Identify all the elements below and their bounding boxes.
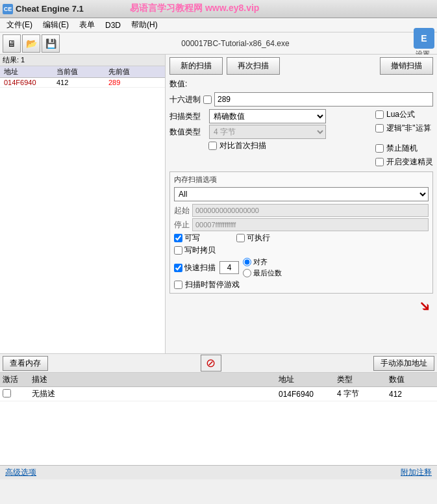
bl-header-type: 类型: [337, 374, 389, 385]
compare-first-checkbox[interactable]: [208, 142, 217, 150]
watermark: 易语言学习教程网 www.ey8.vip: [130, 3, 259, 14]
compare-first-row: 对比首次扫描: [208, 140, 365, 151]
bottom-toolbar: 查看内存 ⊘ 手动添加地址: [0, 353, 437, 373]
add-address-button[interactable]: 手动添加地址: [373, 356, 434, 371]
right-panel: 新的扫描 再次扫描 撤销扫描 数值: 十六进制 扫描类型 精确数值: [166, 55, 437, 353]
entry-desc-0: 无描述: [32, 388, 279, 399]
scan-type-row: 扫描类型 精确数值: [169, 109, 365, 123]
value-label: 数值:: [169, 79, 189, 90]
arrow-area: ➔: [169, 296, 433, 316]
fast-scan-item: 快速扫描: [174, 262, 216, 273]
title-bar: CE Cheat Engine 7.1 易语言学习教程网 www.ey8.vip: [0, 0, 437, 18]
results-label: 结果: 1: [0, 55, 165, 66]
result-row-0[interactable]: 014F6940 412 289: [0, 78, 165, 88]
lastbit-radio-item: 最后位数: [243, 268, 282, 278]
menu-edit[interactable]: 编辑(E): [38, 18, 74, 32]
start-addr-input[interactable]: [192, 204, 429, 217]
lua-label: Lua公式: [386, 109, 415, 120]
toolbar-save-btn[interactable]: 💾: [42, 34, 60, 53]
entry-type-0: 4 字节: [337, 388, 389, 399]
scan-buttons-row: 新的扫描 再次扫描 撤销扫描: [169, 57, 433, 75]
scan-options-box: 内存扫描选项 All 起始 停止 可写 可执行: [169, 171, 433, 294]
hex-checkbox[interactable]: [203, 95, 212, 104]
align-radio-col: 对齐 最后位数: [243, 257, 282, 278]
scan-type-area: 扫描类型 精确数值 数值类型 4 字节 对比首次扫描: [169, 109, 433, 168]
right-checkboxes: Lua公式 逻辑"非"运算 禁止随机 开启变速精灵: [375, 109, 433, 168]
result-prev-0: 289: [108, 79, 160, 86]
logic-checkbox[interactable]: [375, 124, 384, 132]
align-radio[interactable]: [243, 258, 251, 266]
bl-header-value: 数值: [389, 374, 434, 385]
copy-on-write-label: 写时拷贝: [184, 245, 216, 256]
no-random-checkbox[interactable]: [375, 144, 384, 153]
writable-label: 可写: [184, 233, 200, 244]
no-random-label: 禁止随机: [386, 143, 418, 154]
undo-scan-button[interactable]: 撤销扫描: [380, 57, 433, 75]
logic-check-row: 逻辑"非"运算: [375, 123, 433, 134]
align-label: 对齐: [253, 257, 268, 267]
menu-help[interactable]: 帮助(H): [126, 18, 163, 32]
menu-table[interactable]: 表单: [74, 18, 100, 32]
col-header-addr: 地址: [1, 67, 56, 77]
value-input[interactable]: [214, 92, 433, 107]
bottom-list-header: 激活 描述 地址 类型 数值: [0, 373, 437, 387]
menu-d3d[interactable]: D3D: [100, 19, 126, 31]
scan-options-select[interactable]: All: [174, 187, 429, 201]
data-type-label: 数值类型: [169, 127, 205, 138]
copy-on-write-checkbox[interactable]: [174, 246, 182, 255]
copy-on-write-row: 写时拷贝: [174, 245, 429, 256]
advanced-options-link[interactable]: 高级选项: [5, 467, 36, 478]
toolbar-monitor-btn[interactable]: 🖥: [3, 34, 21, 53]
bl-header-addr: 地址: [279, 374, 337, 385]
scan-type-label: 扫描类型: [169, 111, 205, 122]
view-memory-button[interactable]: 查看内存: [3, 356, 48, 371]
executable-check-item: 可执行: [236, 233, 270, 244]
col-header-prev: 先前值: [108, 67, 160, 77]
scan-options-title: 内存扫描选项: [174, 175, 429, 184]
writable-check-item: 可写: [174, 233, 200, 244]
value-row: 数值:: [169, 79, 433, 90]
stop-addr-input[interactable]: [192, 218, 429, 231]
lua-checkbox[interactable]: [375, 110, 384, 119]
fast-scan-number[interactable]: [219, 261, 239, 274]
result-addr-0: 014F6940: [1, 79, 56, 86]
start-label: 起始: [174, 205, 190, 216]
pause-checkbox[interactable]: [174, 281, 182, 289]
writable-exec-row: 可写 可执行: [174, 233, 429, 244]
toolbar: 🖥 📂 💾 000017BC-Tutorial-x86_64.exe E 设置: [0, 32, 437, 55]
pause-row: 扫描时暂停游戏: [174, 279, 429, 290]
no-icon-button[interactable]: ⊘: [201, 355, 221, 372]
bottom-list-area: 无描述 014F6940 4 字节 412: [0, 387, 437, 465]
bottom-footer: 高级选项 附加注释: [0, 465, 437, 479]
new-scan-button[interactable]: 新的扫描: [169, 57, 223, 75]
left-panel: 结果: 1 地址 当前值 先前值 014F6940 412 289: [0, 55, 166, 353]
pause-label: 扫描时暂停游戏: [185, 279, 240, 290]
stop-label: 停止: [174, 220, 190, 231]
writable-checkbox[interactable]: [174, 234, 182, 242]
main-layout: 结果: 1 地址 当前值 先前值 014F6940 412 289 新的扫描 再…: [0, 55, 437, 353]
data-type-row: 数值类型 4 字节: [169, 125, 365, 139]
compare-first-label: 对比首次扫描: [219, 140, 266, 151]
start-addr-row: 起始: [174, 204, 429, 217]
next-scan-button[interactable]: 再次扫描: [227, 57, 280, 75]
bl-header-active: 激活: [3, 374, 32, 385]
logic-label: 逻辑"非"运算: [386, 123, 431, 134]
executable-checkbox[interactable]: [236, 234, 245, 242]
results-table-header: 地址 当前值 先前值: [0, 66, 165, 78]
bottom-list-row-0[interactable]: 无描述 014F6940 4 字节 412: [0, 387, 437, 401]
add-comment-link[interactable]: 附加注释: [401, 467, 432, 478]
hex-row: 十六进制: [169, 92, 433, 107]
entry-value-0: 412: [389, 390, 434, 399]
entry-active-0[interactable]: [3, 389, 11, 397]
lastbit-radio[interactable]: [243, 269, 251, 277]
toolbar-open-btn[interactable]: 📂: [22, 34, 40, 53]
fast-scan-checkbox[interactable]: [174, 264, 182, 272]
menu-file[interactable]: 文件(E): [1, 18, 38, 32]
executable-label: 可执行: [247, 233, 270, 244]
menu-bar: 文件(E) 编辑(E) 表单 D3D 帮助(H): [0, 18, 437, 32]
turbo-label: 开启变速精灵: [386, 157, 433, 168]
col-header-cur: 当前值: [56, 67, 108, 77]
scan-type-select[interactable]: 精确数值: [209, 109, 326, 123]
turbo-checkbox[interactable]: [375, 158, 384, 166]
data-type-select[interactable]: 4 字节: [209, 125, 326, 139]
